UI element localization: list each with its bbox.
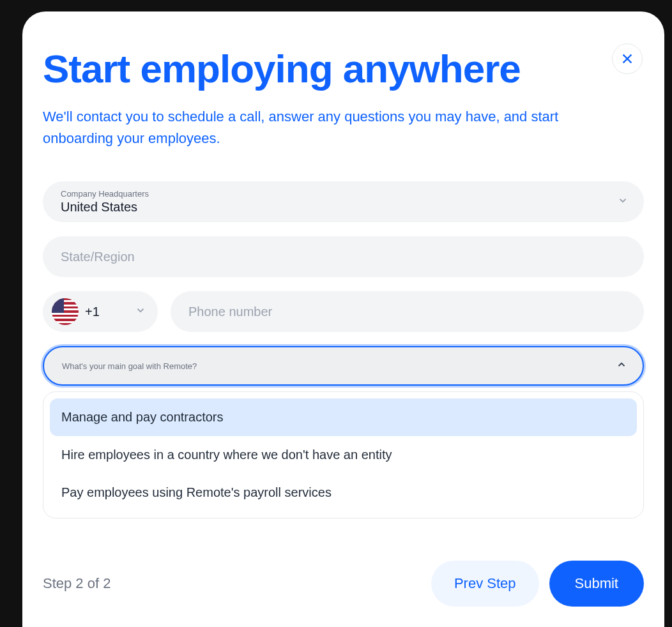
prev-step-button[interactable]: Prev Step (431, 561, 539, 607)
main-goal-label: What's your main goal with Remote? (62, 361, 197, 371)
modal-subtitle: We'll contact you to schedule a call, an… (43, 106, 605, 149)
chevron-down-icon (617, 195, 629, 209)
company-hq-value: United States (61, 200, 626, 215)
goal-option-hire-employees[interactable]: Hire employees in a country where we don… (50, 436, 637, 474)
state-region-input[interactable]: State/Region (43, 236, 644, 277)
company-hq-select[interactable]: Company Headquarters United States (43, 181, 644, 222)
chevron-up-icon (616, 359, 627, 373)
company-hq-label: Company Headquarters (61, 189, 626, 199)
goal-option-payroll[interactable]: Pay employees using Remote's payroll ser… (50, 474, 637, 511)
step-indicator: Step 2 of 2 (43, 575, 111, 592)
onboarding-modal: Start employing anywhere We'll contact y… (22, 11, 664, 627)
close-icon (620, 52, 634, 66)
us-flag-icon (52, 298, 79, 325)
phone-row: +1 (43, 291, 644, 332)
state-region-placeholder: State/Region (61, 250, 626, 264)
dial-code: +1 (85, 305, 100, 319)
modal-title: Start employing anywhere (43, 47, 644, 91)
phone-number-input[interactable] (171, 291, 644, 332)
close-button[interactable] (612, 43, 643, 74)
modal-footer: Step 2 of 2 Prev Step Submit (43, 535, 644, 607)
chevron-down-icon (135, 305, 146, 319)
footer-buttons: Prev Step Submit (431, 561, 644, 607)
submit-button[interactable]: Submit (549, 561, 644, 607)
form: Company Headquarters United States State… (43, 181, 644, 518)
country-code-select[interactable]: +1 (43, 291, 158, 332)
goal-option-contractors[interactable]: Manage and pay contractors (50, 398, 637, 436)
main-goal-select[interactable]: What's your main goal with Remote? (43, 346, 644, 386)
main-goal-dropdown: Manage and pay contractors Hire employee… (43, 391, 644, 518)
